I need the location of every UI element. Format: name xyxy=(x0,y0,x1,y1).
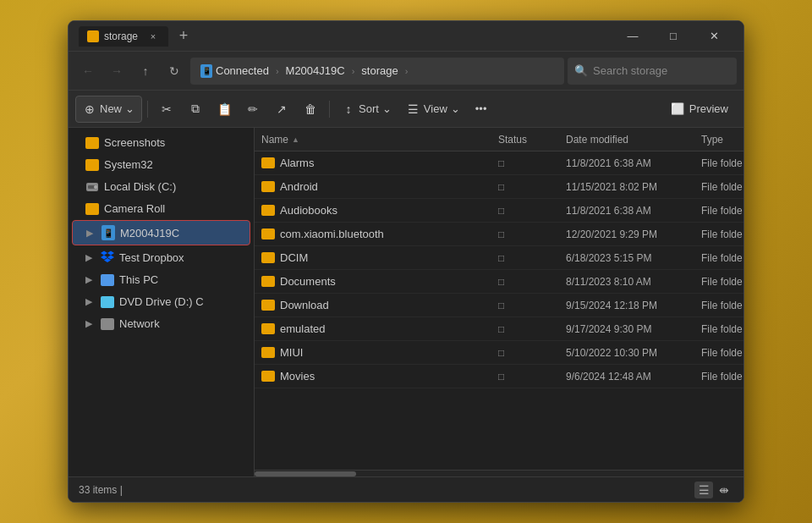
toolbar-separator-2 xyxy=(329,101,330,118)
rename-icon: ✏ xyxy=(246,102,260,116)
toolbar: ⊕ New ⌄ ✂ ⧉ 📋 ✏ ↗ 🗑 ↕ Sort ⌄ ☰ xyxy=(69,91,743,128)
sort-chevron: ⌄ xyxy=(382,102,392,115)
table-row[interactable]: Movies □ 9/6/2024 12:48 AM File folde xyxy=(255,365,743,388)
folder-icon xyxy=(261,323,275,334)
sidebar-item-label: M2004J19C xyxy=(120,227,179,239)
new-tab-button[interactable]: + xyxy=(172,25,195,48)
preview-button[interactable]: ⬜ Preview xyxy=(662,96,737,123)
disk-icon xyxy=(85,181,99,193)
file-date: 5/10/2022 10:30 PM xyxy=(559,347,694,359)
sidebar-item-local-disk[interactable]: Local Disk (C:) xyxy=(72,176,250,197)
sidebar-item-screenshots[interactable]: Screenshots xyxy=(72,132,250,153)
breadcrumb-bar[interactable]: 📱 Connected › M2004J19C › storage › xyxy=(190,58,564,85)
delete-button[interactable]: 🗑 xyxy=(297,96,324,123)
sidebar-item-camera-roll[interactable]: Camera Roll xyxy=(72,198,250,219)
file-type: File folde xyxy=(694,157,743,169)
folder-icon xyxy=(261,276,275,287)
expand-arrow-icon: ▶ xyxy=(85,296,96,307)
breadcrumb-m2004[interactable]: M2004J19C xyxy=(283,63,348,79)
breadcrumb-sep-2: › xyxy=(352,66,355,76)
sidebar-item-m2004j19c[interactable]: ▶ 📱 M2004J19C xyxy=(72,220,250,245)
file-type: File folde xyxy=(694,300,743,311)
file-status: □ xyxy=(491,276,559,288)
search-box[interactable]: 🔍 Search storage xyxy=(568,58,737,85)
sidebar-item-system32[interactable]: System32 xyxy=(72,154,250,175)
new-plus-icon: ⊕ xyxy=(83,102,96,116)
refresh-button[interactable]: ↻ xyxy=(162,58,187,84)
file-date: 9/17/2024 9:30 PM xyxy=(559,323,694,335)
column-status-header[interactable]: Status xyxy=(491,134,559,146)
table-row[interactable]: emulated □ 9/17/2024 9:30 PM File folde xyxy=(255,317,743,341)
file-date: 8/11/2023 8:10 AM xyxy=(559,276,694,288)
file-name: Alarms xyxy=(280,157,314,169)
window-controls: — □ ✕ xyxy=(613,24,733,49)
sidebar-item-test-dropbox[interactable]: ▶ Test Dropbox xyxy=(72,246,250,268)
folder-icon xyxy=(85,203,99,215)
back-button[interactable]: ← xyxy=(75,58,101,84)
column-date-header[interactable]: Date modified xyxy=(559,134,694,146)
preview-icon: ⬜ xyxy=(671,102,684,115)
file-type: File folde xyxy=(694,205,743,217)
file-date: 11/8/2021 6:38 AM xyxy=(559,205,694,217)
table-row[interactable]: Alarms □ 11/8/2021 6:38 AM File folde xyxy=(255,151,743,175)
sidebar-item-label: Network xyxy=(119,317,160,330)
sidebar-item-label: System32 xyxy=(104,158,153,171)
file-type: File folde xyxy=(694,228,743,240)
share-icon: ↗ xyxy=(275,102,288,116)
active-tab[interactable]: storage × xyxy=(79,26,168,47)
cut-icon: ✂ xyxy=(160,102,173,116)
breadcrumb-connected-label: Connected xyxy=(216,64,269,77)
more-button[interactable]: ••• xyxy=(469,96,494,123)
table-row[interactable]: Download □ 9/15/2024 12:18 PM File folde xyxy=(255,294,743,317)
paste-button[interactable]: 📋 xyxy=(211,96,238,123)
new-button[interactable]: ⊕ New ⌄ xyxy=(75,96,142,123)
close-button[interactable]: ✕ xyxy=(694,24,733,49)
maximize-button[interactable]: □ xyxy=(654,24,693,49)
copy-button[interactable]: ⧉ xyxy=(182,96,209,123)
table-row[interactable]: Audiobooks □ 11/8/2021 6:38 AM File fold… xyxy=(255,199,743,223)
column-name-header[interactable]: Name ▲ xyxy=(255,134,491,146)
sidebar-item-this-pc[interactable]: ▶ This PC xyxy=(72,269,250,290)
folder-icon xyxy=(261,371,275,382)
more-icon: ••• xyxy=(475,102,487,115)
breadcrumb-storage[interactable]: storage xyxy=(358,63,401,79)
sidebar-item-dvd-drive[interactable]: ▶ DVD Drive (D:) C xyxy=(72,291,250,312)
folder-icon xyxy=(261,300,275,311)
h-scroll-thumb[interactable] xyxy=(255,471,356,476)
horizontal-scrollbar[interactable] xyxy=(255,470,743,476)
table-row[interactable]: Documents □ 8/11/2023 8:10 AM File folde xyxy=(255,270,743,294)
cut-button[interactable]: ✂ xyxy=(153,96,180,123)
folder-icon xyxy=(85,137,99,149)
sort-button-label: Sort xyxy=(359,102,379,115)
tab-close-button[interactable]: × xyxy=(146,30,160,43)
sidebar-item-label: DVD Drive (D:) C xyxy=(119,295,204,308)
rename-button[interactable]: ✏ xyxy=(239,96,266,123)
breadcrumb-connected[interactable]: 📱 Connected xyxy=(197,63,272,80)
grid-view-button[interactable]: ⇼ xyxy=(715,482,733,498)
file-status: □ xyxy=(491,181,559,193)
column-type-header[interactable]: Type xyxy=(694,134,743,146)
table-row[interactable]: MIUI □ 5/10/2022 10:30 PM File folde xyxy=(255,341,743,365)
forward-button[interactable]: → xyxy=(104,58,129,84)
list-view-button[interactable]: ☰ xyxy=(694,482,713,498)
preview-label: Preview xyxy=(689,102,728,115)
minimize-button[interactable]: — xyxy=(613,24,652,49)
name-header-label: Name xyxy=(261,134,288,146)
search-placeholder: Search storage xyxy=(593,64,667,77)
file-name: Documents xyxy=(280,275,336,288)
expand-arrow-icon: ▶ xyxy=(86,228,96,239)
view-button[interactable]: ☰ View ⌄ xyxy=(400,96,467,123)
sort-arrow-icon: ▲ xyxy=(292,135,299,144)
share-button[interactable]: ↗ xyxy=(268,96,295,123)
sidebar-item-label: Local Disk (C:) xyxy=(104,180,176,193)
up-button[interactable]: ↑ xyxy=(133,58,158,84)
sidebar-item-network[interactable]: ▶ Network xyxy=(72,313,250,334)
sort-button[interactable]: ↕ Sort ⌄ xyxy=(335,96,398,123)
view-button-label: View xyxy=(424,102,447,115)
table-row[interactable]: Android □ 11/15/2021 8:02 PM File folde xyxy=(255,175,743,199)
network-icon xyxy=(101,318,114,330)
table-row[interactable]: DCIM □ 6/18/2023 5:15 PM File folde xyxy=(255,246,743,270)
breadcrumb-storage-label: storage xyxy=(361,64,398,77)
svg-point-2 xyxy=(94,185,97,189)
table-row[interactable]: com.xiaomi.bluetooth □ 12/20/2021 9:29 P… xyxy=(255,223,743,246)
